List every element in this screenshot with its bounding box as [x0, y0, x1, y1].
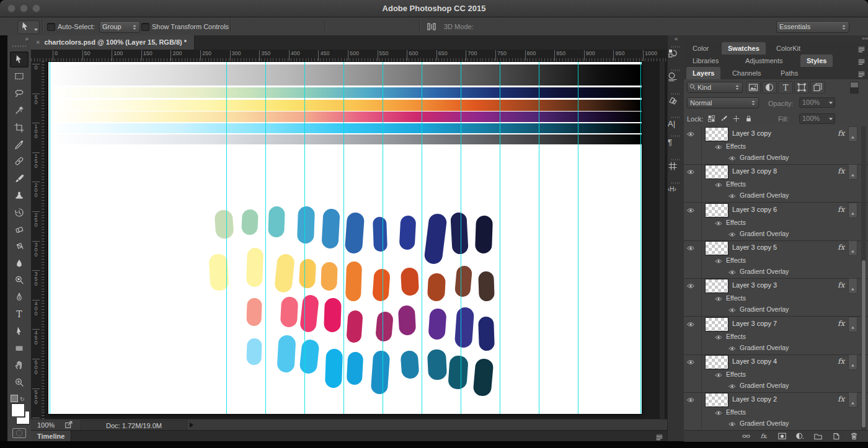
quick-mask-icon[interactable]: [12, 428, 26, 438]
history-panel-icon[interactable]: [668, 44, 684, 60]
color-pill[interactable]: [246, 248, 264, 288]
color-pill[interactable]: [214, 209, 234, 239]
layer-fx-badge[interactable]: fx: [838, 205, 844, 214]
glyphs-panel-icon[interactable]: [668, 157, 684, 173]
layer-thumbnail[interactable]: [705, 241, 728, 255]
color-pill[interactable]: [423, 213, 448, 265]
effects-label[interactable]: Effects: [726, 180, 746, 188]
magic-wand-tool[interactable]: [10, 102, 29, 118]
filter-pixel-layers-icon[interactable]: [746, 81, 761, 94]
color-pill[interactable]: [428, 308, 446, 340]
clone-stamp-tool[interactable]: [10, 187, 29, 203]
layer-style-icon[interactable]: fx: [756, 431, 771, 441]
color-pill[interactable]: [454, 307, 474, 348]
layer-fx-badge[interactable]: fx: [838, 281, 844, 289]
color-pill[interactable]: [375, 311, 394, 342]
gradient-overlay-label[interactable]: Gradient Overlay: [740, 344, 789, 351]
delete-layer-icon[interactable]: [846, 431, 861, 441]
dodge-tool[interactable]: [10, 272, 29, 288]
scrollbar-thumb[interactable]: [862, 260, 866, 428]
layer-thumbnail[interactable]: [705, 203, 728, 217]
effects-label[interactable]: Effects: [726, 333, 746, 340]
foreground-color-swatch[interactable]: [11, 403, 25, 417]
blend-mode-dropdown[interactable]: Normal: [687, 97, 759, 108]
color-pill[interactable]: [346, 310, 363, 343]
layer-name[interactable]: Layer 3 copy 2: [732, 395, 777, 403]
gradient-overlay-visibility-eye-icon[interactable]: [728, 382, 737, 389]
layer-mask-icon[interactable]: [774, 431, 789, 441]
layer-fx-badge[interactable]: fx: [838, 129, 844, 138]
lock-transparent-icon[interactable]: [707, 114, 717, 123]
pen-tool[interactable]: [10, 289, 29, 305]
layer-thumbnail[interactable]: [705, 393, 728, 407]
collapse-panels-icon[interactable]: »»: [684, 35, 868, 42]
color-pill[interactable]: [324, 298, 342, 333]
layer-name[interactable]: Layer 3 copy: [732, 130, 771, 137]
collapse-effects-icon[interactable]: [848, 317, 857, 332]
gradient-overlay-label[interactable]: Gradient Overlay: [740, 154, 789, 161]
paragraph-panel-icon[interactable]: ¶: [668, 133, 684, 149]
color-pill[interactable]: [345, 261, 362, 302]
color-pill[interactable]: [299, 339, 320, 375]
layer-name[interactable]: Layer 3 copy 8: [732, 167, 777, 175]
character-panel-icon[interactable]: A|: [668, 115, 684, 131]
effects-label[interactable]: Effects: [726, 143, 746, 150]
zoom-tool[interactable]: [10, 374, 29, 390]
gradient-overlay-label[interactable]: Gradient Overlay: [740, 305, 789, 313]
layer-visibility-eye-icon[interactable]: [686, 395, 696, 403]
layer-thumbnail[interactable]: [705, 127, 728, 141]
color-pill[interactable]: [401, 267, 419, 296]
color-pill[interactable]: [241, 209, 259, 235]
effects-visibility-eye-icon[interactable]: [715, 180, 724, 187]
new-layer-icon[interactable]: [828, 431, 843, 441]
device-preview-icon[interactable]: [668, 68, 684, 84]
color-pill[interactable]: [454, 265, 472, 297]
default-colors-icon[interactable]: ↻: [20, 396, 27, 402]
tab-channels[interactable]: Channels: [726, 67, 767, 79]
effects-label[interactable]: Effects: [726, 257, 746, 264]
layer-name[interactable]: Layer 3 copy 7: [732, 320, 777, 327]
filter-shape-layers-icon[interactable]: [794, 81, 809, 94]
color-pill[interactable]: [280, 296, 299, 327]
effects-visibility-eye-icon[interactable]: [715, 219, 724, 226]
type-tool[interactable]: T: [10, 306, 29, 322]
crop-tool[interactable]: [10, 120, 29, 136]
swap-colors-icon[interactable]: [11, 395, 18, 402]
tab-layers[interactable]: Layers: [686, 67, 720, 79]
shape-tool[interactable]: [10, 340, 29, 356]
gradient-overlay-label[interactable]: Gradient Overlay: [740, 191, 789, 199]
auto-select-dropdown[interactable]: Group: [99, 21, 140, 33]
tools-gripper[interactable]: [12, 45, 26, 47]
layer-name[interactable]: Layer 3 copy 3: [732, 281, 777, 289]
history-brush-tool[interactable]: [10, 204, 29, 221]
hand-tool[interactable]: [10, 357, 29, 373]
layer-thumbnail[interactable]: [705, 355, 728, 369]
effects-visibility-eye-icon[interactable]: [715, 371, 724, 377]
color-pill[interactable]: [345, 212, 365, 254]
color-pill[interactable]: [398, 305, 416, 335]
color-pill[interactable]: [478, 317, 495, 351]
effects-label[interactable]: Effects: [726, 371, 746, 378]
collapse-effects-icon[interactable]: [848, 278, 857, 294]
html-panel-icon[interactable]: ‹H›: [668, 180, 684, 196]
lock-paint-icon[interactable]: [720, 114, 730, 123]
layer-visibility-eye-icon[interactable]: [686, 206, 696, 214]
marquee-tool[interactable]: [10, 68, 29, 84]
layer-thumbnail[interactable]: [705, 317, 728, 332]
collapse-effects-icon[interactable]: [848, 354, 857, 370]
tab-swatches[interactable]: Swatches: [722, 42, 766, 55]
gradient-overlay-label[interactable]: Gradient Overlay: [740, 382, 789, 389]
paint-bucket-tool[interactable]: [10, 238, 29, 254]
filter-adjustment-layers-icon[interactable]: [762, 81, 777, 94]
tab-styles[interactable]: Styles: [800, 55, 833, 67]
layer-fx-badge[interactable]: fx: [838, 167, 844, 175]
tab-adjustments[interactable]: Adjustments: [739, 55, 789, 67]
gradient-overlay-label[interactable]: Gradient Overlay: [740, 268, 789, 275]
zoom-level[interactable]: 100%: [37, 420, 55, 430]
gradient-bar-3[interactable]: [48, 100, 642, 111]
document-tab[interactable]: ×chartcolors.psd @ 100% (Layer 15, RGB/8…: [31, 35, 195, 50]
adjustment-layer-icon[interactable]: [792, 431, 807, 441]
filter-kind-dropdown[interactable]: Kind: [687, 82, 743, 93]
color-pill[interactable]: [475, 216, 493, 254]
color-pill[interactable]: [371, 350, 391, 395]
